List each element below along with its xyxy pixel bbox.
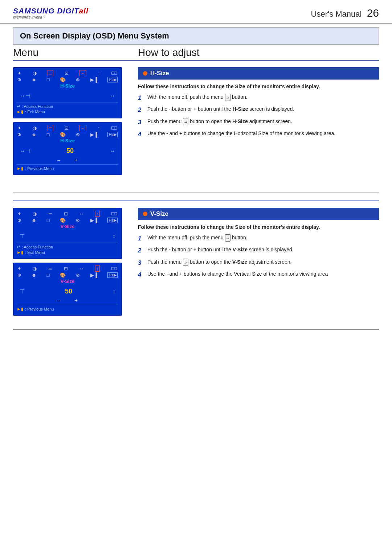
hsize-osd-screen-2: ✦ ◑ ▭ ⊡ ↔ ↑ 🀱 Φ ☻ □ 🎨 ⊗ ▶▐ Hz▶ H-Size ↔⊣…: [13, 122, 122, 175]
hsize-osd1-footer-line1: ↵ : Access Function: [17, 104, 118, 109]
hsize-feature-title: H-Size: [150, 70, 169, 77]
hsize-osd2-right-arrow: ↔: [110, 148, 115, 154]
vsize-osd1-content: ⊤ ↕: [17, 231, 118, 241]
vsize-osd2-footer: ►▮ : Previous Menu: [17, 305, 118, 312]
vsize-osd2-icons-bottom: Φ ☻ □ 🎨 ⊗ ▶▐ Hz▶: [17, 272, 118, 278]
hsize-osd1-footer-label1: : Access Function: [22, 104, 53, 109]
osd2-icon-monitor: ▶▐: [90, 132, 97, 137]
hsize-osd1-title: H-Size: [17, 83, 118, 89]
osd2-icon-up: ↑: [98, 125, 100, 131]
hsize-osd1-content: ↔⊣ ↔: [17, 91, 118, 101]
column-headers: Menu How to adjust: [13, 47, 379, 61]
vsize-osd1-footer: ↵ : Access Function ►▮ : Exit Menu: [17, 243, 118, 255]
samsung-logo: SAMSUNG DIGITall everyone's invited™: [13, 7, 89, 19]
menu-column-header: Menu: [13, 47, 129, 58]
hsize-instructions-column: H-Size Follow these instructions to chan…: [129, 61, 379, 185]
brand-tagline: everyone's invited™: [13, 15, 46, 19]
vsize-osd1-title: V-Size: [17, 224, 118, 229]
vsize-osd-column: ✦ ◑ ▭ ⊡ ↔ ↑ 🀱 Φ ☻ □ 🎨 ⊗ ▶▐ Hz▶ V-Size ⊤: [13, 201, 129, 326]
vsize-osd2-footer-line1: ►▮ : Previous Menu: [17, 307, 118, 312]
osd2-icon-pos: ⊡: [65, 125, 69, 131]
vsize-feature-title: V-Size: [150, 210, 168, 218]
vsize-osd1-footer-label2: : Exit Menu: [25, 250, 45, 255]
osd2-icon-brightness: ✦: [17, 125, 21, 131]
vsize-osd2-icons-top: ✦ ◑ ▭ ⊡ ↔ ↑ 🀱: [17, 266, 118, 272]
hsize-section: ✦ ◑ ▭ ⊡ ↔ ↑ 🀱 Φ ☻ □ 🎨 ⊗ ▶▐ Hz▶ H-Size ↔⊣: [13, 61, 379, 185]
hsize-osd1-left-arrow: ↔⊣: [20, 92, 30, 99]
vsize-step-3: 3 Push the menu ↵ button to open the V-S…: [138, 258, 379, 268]
vsize-section: ✦ ◑ ▭ ⊡ ↔ ↑ 🀱 Φ ☻ □ 🎨 ⊗ ▶▐ Hz▶ V-Size ⊤: [13, 201, 379, 326]
osd-icon-rect: □: [47, 77, 50, 82]
hsize-osd2-content: ↔⊣ 50 ↔: [17, 146, 118, 156]
vsize-osd1-footer-line2: ►▮ : Exit Menu: [17, 250, 118, 255]
vsize-feature-title-bar: V-Size: [138, 208, 379, 220]
vsize-intro: Follow these instructions to change the …: [138, 224, 379, 231]
hsize-osd2-left-arrow: ↔⊣: [20, 147, 30, 154]
hsize-osd1-footer-label2: : Exit Menu: [25, 110, 45, 114]
osd-icon-color: 🎨: [60, 77, 66, 82]
page-footer: [13, 329, 379, 332]
minus-label: –: [57, 157, 60, 163]
hsize-osd1-right-arrow: ↔: [110, 93, 115, 99]
page-header: SAMSUNG DIGITall everyone's invited™ Use…: [0, 0, 392, 24]
hsize-osd2-plusminus: – +: [17, 157, 118, 163]
hsize-step-2: 2 Push the - button or + button until th…: [138, 105, 379, 115]
hsize-osd-screen-1: ✦ ◑ ▭ ⊡ ↔ ↑ 🀱 Φ ☻ □ 🎨 ⊗ ▶▐ Hz▶ H-Size ↔⊣: [13, 67, 122, 118]
hsize-osd2-footer-icon1: ►▮: [17, 166, 24, 171]
vsize-osd-screen-2: ✦ ◑ ▭ ⊡ ↔ ↑ 🀱 Φ ☻ □ 🎨 ⊗ ▶▐ Hz▶ V-Size ⊤ …: [13, 263, 122, 316]
section-divider: [13, 192, 379, 193]
hsize-intro: Follow these instructions to change the …: [138, 83, 379, 90]
hsize-step-list: 1 With the menu off, push the menu ↵ but…: [138, 93, 379, 139]
osd2-icon-hz: Hz▶: [107, 132, 117, 137]
osd-icons-row-top: ✦ ◑ ▭ ⊡ ↔ ↑ 🀱: [17, 70, 118, 76]
osd2-icon-color: 🎨: [60, 132, 66, 137]
vsize-step-1: 1 With the menu off, push the menu ↵ but…: [138, 234, 379, 243]
hsize-osd2-footer-label1: : Previous Menu: [25, 166, 54, 171]
hsize-step-4: 4 Use the - and + buttons to change the …: [138, 130, 379, 139]
hsize-instructions: Follow these instructions to change the …: [138, 83, 379, 139]
osd2-icon-hsize-sel: ▭: [48, 125, 53, 131]
vsize-osd2-plusminus: – +: [17, 297, 118, 303]
hsize-osd1-footer: ↵ : Access Function ►▮ : Exit Menu: [17, 102, 118, 114]
vsize-osd-screen-1: ✦ ◑ ▭ ⊡ ↔ ↑ 🀱 Φ ☻ □ 🎨 ⊗ ▶▐ Hz▶ V-Size ⊤: [13, 208, 122, 259]
hsize-osd2-footer: ►▮ : Previous Menu: [17, 164, 118, 171]
osd-icon-brightness: ✦: [17, 70, 21, 76]
osd2-icon-dv: 🀱: [111, 125, 118, 131]
osd-icon-dv: 🀱: [111, 70, 118, 76]
section-title: On Screen Display (OSD) Menu System: [20, 31, 372, 41]
osd-icon-contrast: ◑: [33, 70, 37, 76]
osd2-icon-contrast: ◑: [33, 125, 37, 131]
vsize-instructions-column: V-Size Follow these instructions to chan…: [129, 201, 379, 326]
brand-name: SAMSUNG DIGITall: [13, 7, 89, 15]
vsize-step-4: 4 Use the - and + buttons to change the …: [138, 270, 379, 280]
vsize-step-2: 2 Push the - button or + button until th…: [138, 246, 379, 255]
adjust-column-header: How to adjust: [129, 47, 379, 58]
vsize-osd1-footer-label1: : Access Function: [22, 245, 53, 249]
vsize-osd2-title: V-Size: [17, 279, 118, 284]
vsize-osd1-footer-line1: ↵ : Access Function: [17, 244, 118, 250]
osd-icon-hsize-selected: ▭: [48, 70, 53, 76]
manual-title: User's Manual 26: [311, 7, 379, 19]
hsize-osd-column: ✦ ◑ ▭ ⊡ ↔ ↑ 🀱 Φ ☻ □ 🎨 ⊗ ▶▐ Hz▶ H-Size ↔⊣: [13, 61, 129, 185]
osd2-icon-loop: ☻: [32, 132, 37, 137]
vsize-osd1-icons-top: ✦ ◑ ▭ ⊡ ↔ ↑ 🀱: [17, 211, 118, 217]
vsize-instructions: Follow these instructions to change the …: [138, 224, 379, 280]
osd-icon-arrow-sel: ↔: [79, 70, 86, 76]
hsize-step-3: 3 Push the menu ↵ button to open the H-S…: [138, 118, 379, 127]
section-title-bar: On Screen Display (OSD) Menu System: [13, 27, 379, 45]
osd-icons-row-bottom: Φ ☻ □ 🎨 ⊗ ▶▐ Hz▶: [17, 77, 118, 82]
osd2-icon-cross: ⊗: [76, 132, 80, 137]
hsize-osd2-title: H-Size: [17, 138, 118, 143]
osd-icon-hz: Hz▶: [107, 77, 117, 82]
hsize-feature-title-bar: H-Size: [138, 67, 379, 80]
hsize-osd1-footer-line2: ►▮ : Exit Menu: [17, 109, 118, 114]
hsize-osd2-value: 50: [66, 147, 74, 155]
osd2-icons-row-bottom: Φ ☻ □ 🎨 ⊗ ▶▐ Hz▶: [17, 132, 118, 137]
vsize-osd2-value: 50: [65, 288, 72, 295]
osd-icon-cross: ⊗: [76, 77, 80, 82]
osd2-icon-arrow-sel: ↔: [79, 125, 86, 131]
vsize-step-list: 1 With the menu off, push the menu ↵ but…: [138, 234, 379, 280]
osd-icon-monitor: ▶▐: [90, 77, 97, 82]
osd2-icons-row-top: ✦ ◑ ▭ ⊡ ↔ ↑ 🀱: [17, 125, 118, 131]
osd-icon-pos: ⊡: [65, 70, 69, 76]
